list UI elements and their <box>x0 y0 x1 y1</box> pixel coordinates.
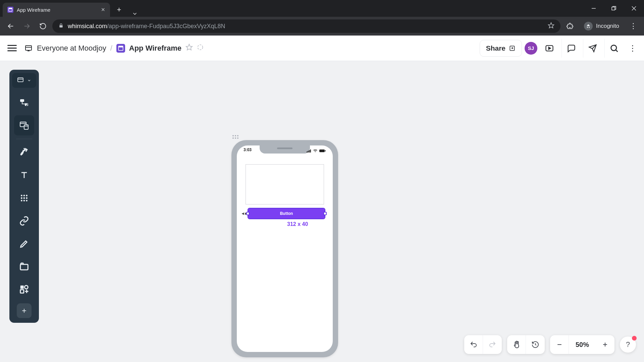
header-actions: Share SJ ⋮ <box>480 39 639 58</box>
pan-hand-button[interactable] <box>507 335 526 354</box>
svg-rect-55 <box>309 150 310 153</box>
url-text: whimsical.com/app-wireframe-Fudpau5J3cGb… <box>68 23 225 30</box>
svg-marker-16 <box>186 44 192 50</box>
tab-search-icon[interactable] <box>125 11 145 17</box>
main-menu-button[interactable] <box>5 41 19 56</box>
browser-tab[interactable]: App Wireframe ✕ <box>3 3 110 17</box>
view-controls <box>507 335 545 354</box>
new-tab-button[interactable]: + <box>113 4 125 15</box>
share-button[interactable]: Share <box>480 40 522 57</box>
canvas-controls: 50% ? <box>464 335 636 354</box>
workspace-icon <box>24 44 33 53</box>
browser-tabstrip: App Wireframe ✕ + <box>0 0 644 17</box>
tab-favicon <box>7 7 13 13</box>
status-time: 3:03 <box>244 147 252 154</box>
avatar-initials: SJ <box>528 45 534 51</box>
workspace-name[interactable]: Everyone at Moodjoy <box>37 44 106 53</box>
phone-frame[interactable]: 3:03 ◄► Button 312 x 40 <box>231 140 338 357</box>
search-button[interactable] <box>604 39 623 58</box>
canvas[interactable]: 3:03 ◄► Button 312 x 40 <box>0 61 644 362</box>
comments-button[interactable] <box>561 39 580 58</box>
svg-rect-56 <box>310 149 311 153</box>
send-button[interactable] <box>583 39 602 58</box>
app-more-menu-icon[interactable]: ⋮ <box>626 44 639 53</box>
zoom-in-button[interactable] <box>596 335 614 354</box>
maximize-icon[interactable] <box>604 0 624 17</box>
share-arrow-icon <box>509 45 516 52</box>
svg-rect-1 <box>9 8 12 9</box>
wireframe-rectangle[interactable] <box>246 164 324 204</box>
svg-rect-54 <box>308 151 309 153</box>
document-icon <box>116 44 125 53</box>
svg-marker-9 <box>548 22 554 28</box>
redo-button[interactable] <box>483 335 502 354</box>
incognito-icon <box>584 22 593 31</box>
selection-handle-right[interactable] <box>323 212 327 215</box>
frame-drag-handle[interactable] <box>232 135 238 139</box>
version-history-button[interactable] <box>526 335 545 354</box>
svg-point-17 <box>198 45 203 50</box>
notification-dot <box>632 336 637 341</box>
address-bar[interactable]: whimsical.com/app-wireframe-Fudpau5J3cGb… <box>52 19 560 33</box>
close-window-icon[interactable] <box>624 0 644 17</box>
wireframe-button-label: Button <box>280 211 293 216</box>
user-avatar[interactable]: SJ <box>525 42 537 55</box>
close-tab-icon[interactable]: ✕ <box>101 7 105 13</box>
signal-icon <box>307 149 311 153</box>
share-label: Share <box>486 44 505 52</box>
svg-marker-20 <box>549 47 551 49</box>
browser-menu-icon[interactable]: ⋮ <box>627 19 640 33</box>
extensions-icon[interactable] <box>563 19 577 33</box>
svg-point-23 <box>611 45 616 50</box>
app-header: Everyone at Moodjoy / App Wireframe Shar… <box>0 36 644 61</box>
reload-button[interactable] <box>36 19 50 33</box>
selection-dimensions: 312 x 40 <box>287 221 308 227</box>
breadcrumb-separator: / <box>110 44 112 53</box>
incognito-indicator[interactable]: Incognito <box>579 19 624 33</box>
incognito-label: Incognito <box>596 23 619 29</box>
window-controls <box>584 0 644 17</box>
zoom-controls: 50% <box>550 335 614 354</box>
svg-rect-3 <box>612 7 615 10</box>
wireframe-button[interactable]: ◄► Button <box>248 208 325 219</box>
wifi-icon <box>313 149 318 153</box>
breadcrumb: Everyone at Moodjoy / App Wireframe <box>24 44 204 53</box>
favorite-star-icon[interactable] <box>185 44 193 53</box>
phone-status-bar: 3:03 <box>237 147 333 154</box>
svg-rect-10 <box>25 46 32 50</box>
svg-rect-58 <box>325 150 326 152</box>
browser-toolbar: whimsical.com/app-wireframe-Fudpau5J3cGb… <box>0 17 644 36</box>
sync-status-icon[interactable] <box>197 44 204 53</box>
svg-rect-57 <box>319 149 325 152</box>
zoom-out-button[interactable] <box>550 335 569 354</box>
battery-icon <box>319 149 326 153</box>
history-controls <box>464 335 502 354</box>
url-host: whimsical.com <box>68 23 107 29</box>
svg-rect-15 <box>118 46 123 47</box>
forward-button[interactable] <box>20 19 34 33</box>
minimize-icon[interactable] <box>584 0 604 17</box>
app-viewport: Everyone at Moodjoy / App Wireframe Shar… <box>0 36 644 362</box>
present-button[interactable] <box>540 39 559 58</box>
svg-line-24 <box>615 50 618 52</box>
help-button[interactable]: ? <box>620 337 636 353</box>
selection-handle-left[interactable] <box>246 212 250 215</box>
svg-rect-8 <box>59 25 62 27</box>
tab-title: App Wireframe <box>17 7 50 13</box>
document-name[interactable]: App Wireframe <box>129 44 181 53</box>
zoom-level[interactable]: 50% <box>569 341 596 349</box>
back-button[interactable] <box>4 19 17 33</box>
undo-button[interactable] <box>464 335 483 354</box>
svg-rect-53 <box>307 152 308 153</box>
lock-icon <box>58 23 64 30</box>
url-path: /app-wireframe-Fudpau5J3cGbexVyzXqL8N <box>107 23 225 29</box>
bookmark-star-icon[interactable] <box>548 22 554 31</box>
phone-screen: 3:03 ◄► Button 312 x 40 <box>237 145 333 352</box>
